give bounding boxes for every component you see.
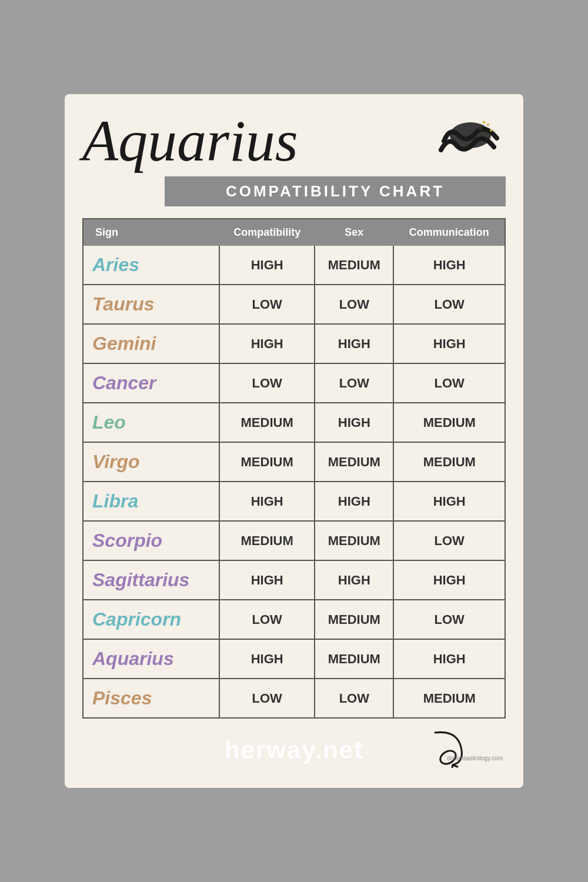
sign-name: Virgo (92, 451, 140, 472)
svg-point-3 (490, 129, 492, 132)
sign-name: Sagittarius (92, 569, 189, 590)
compatibility-cell: LOW (219, 679, 315, 717)
compatibility-table: Sign Compatibility Sex Communication Ari… (82, 218, 506, 719)
svg-point-2 (483, 121, 485, 123)
communication-cell: LOW (393, 363, 505, 403)
sex-cell: HIGH (315, 560, 393, 600)
table-row: Sagittarius HIGH HIGH HIGH (83, 560, 505, 600)
subtitle-bar: COMPATIBILITY CHART (165, 176, 506, 206)
compatibility-cell: LOW (219, 285, 315, 324)
sex-cell: MEDIUM (315, 600, 393, 639)
sex-cell: HIGH (315, 482, 393, 521)
table-row: Aries HIGH MEDIUM HIGH (83, 246, 505, 285)
sex-cell: MEDIUM (315, 639, 393, 679)
sign-cell: Gemini (83, 324, 219, 363)
svg-line-7 (453, 765, 457, 767)
col-communication: Communication (393, 219, 505, 246)
table-row: Leo MEDIUM HIGH MEDIUM (83, 403, 505, 442)
table-row: Capricorn LOW MEDIUM LOW (83, 600, 505, 639)
sign-name: Leo (92, 412, 126, 433)
sex-cell: MEDIUM (315, 442, 393, 482)
svg-point-1 (487, 123, 489, 126)
col-compatibility: Compatibility (219, 219, 315, 246)
sex-cell: LOW (315, 679, 393, 717)
sex-cell: LOW (315, 363, 393, 403)
sign-cell: Capricorn (83, 600, 219, 639)
table-row: Gemini HIGH HIGH HIGH (83, 324, 505, 363)
compatibility-cell: MEDIUM (219, 442, 315, 482)
sign-name: Gemini (92, 333, 156, 354)
communication-cell: MEDIUM (393, 679, 505, 717)
col-sex: Sex (315, 219, 393, 246)
sign-name: Capricorn (92, 609, 181, 630)
footer-decoration-icon (423, 727, 470, 770)
communication-cell: LOW (393, 521, 505, 560)
sign-cell: Taurus (83, 285, 219, 324)
col-sign: Sign (83, 219, 219, 246)
watermark: dreamsastrology.com (447, 755, 503, 761)
communication-cell: HIGH (393, 324, 505, 363)
page-title: Aquarius (82, 112, 435, 171)
sign-cell: Sagittarius (83, 560, 219, 600)
compatibility-cell: MEDIUM (219, 403, 315, 442)
sex-cell: MEDIUM (315, 246, 393, 285)
compatibility-cell: HIGH (219, 324, 315, 363)
compatibility-cell: HIGH (219, 482, 315, 521)
sex-cell: HIGH (315, 324, 393, 363)
sign-name: Aquarius (92, 648, 174, 669)
table-row: Scorpio MEDIUM MEDIUM LOW (83, 521, 505, 560)
sex-cell: HIGH (315, 403, 393, 442)
communication-cell: MEDIUM (393, 403, 505, 442)
sign-cell: Leo (83, 403, 219, 442)
communication-cell: HIGH (393, 482, 505, 521)
communication-cell: HIGH (393, 639, 505, 679)
compatibility-cell: MEDIUM (219, 521, 315, 560)
footer: herway.net dreamsastrology.com (82, 736, 506, 764)
sign-cell: Aries (83, 246, 219, 285)
table-row: Aquarius HIGH MEDIUM HIGH (83, 639, 505, 679)
sign-cell: Virgo (83, 442, 219, 482)
sign-name: Taurus (92, 293, 155, 315)
sign-cell: Aquarius (83, 639, 219, 679)
table-row: Pisces LOW LOW MEDIUM (83, 679, 505, 717)
communication-cell: HIGH (393, 246, 505, 285)
sign-name: Cancer (92, 372, 156, 393)
sign-cell: Scorpio (83, 521, 219, 560)
table-row: Libra HIGH HIGH HIGH (83, 482, 505, 521)
compatibility-cell: HIGH (219, 639, 315, 679)
compatibility-cell: LOW (219, 600, 315, 639)
table-row: Virgo MEDIUM MEDIUM MEDIUM (83, 442, 505, 482)
sign-cell: Cancer (83, 363, 219, 403)
sign-name: Scorpio (92, 530, 162, 551)
communication-cell: LOW (393, 285, 505, 324)
communication-cell: LOW (393, 600, 505, 639)
svg-point-4 (450, 122, 491, 148)
sex-cell: MEDIUM (315, 521, 393, 560)
compatibility-cell: HIGH (219, 560, 315, 600)
aquarius-symbol-icon (435, 115, 506, 168)
compatibility-cell: HIGH (219, 246, 315, 285)
sex-cell: LOW (315, 285, 393, 324)
sign-cell: Libra (83, 482, 219, 521)
sign-name: Aries (92, 254, 139, 275)
table-row: Cancer LOW LOW LOW (83, 363, 505, 403)
sign-cell: Pisces (83, 679, 219, 717)
communication-cell: HIGH (393, 560, 505, 600)
communication-cell: MEDIUM (393, 442, 505, 482)
sign-name: Libra (92, 490, 138, 512)
compatibility-cell: LOW (219, 363, 315, 403)
table-row: Taurus LOW LOW LOW (83, 285, 505, 324)
sign-name: Pisces (92, 687, 152, 709)
